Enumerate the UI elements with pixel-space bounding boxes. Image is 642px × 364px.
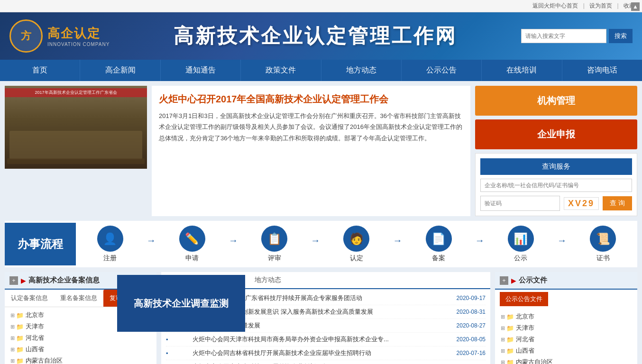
register-icon: 👤 [97,226,123,252]
query-button[interactable]: 查 询 [603,196,632,210]
publicity-section-icon: ▶ [511,277,516,284]
review-label: 评审 [268,254,281,263]
news-item-date: 2020-08-27 [457,322,486,329]
hero-news-title[interactable]: 火炬中心召开2017年全国高新技术企业认定管理工作会 [159,93,463,106]
set-home-link[interactable]: 设为首页 [589,2,612,9]
hero-news-content: 2017年3月1日和3日，全国高新技术企业认定管理工作会分别在广州和重庆召开。3… [159,110,463,144]
enterprise-apply-button[interactable]: 企业申报 [475,119,637,149]
publish-icon: 📊 [508,226,534,252]
process-steps: 👤 注册 → ✏️ 申请 → 📋 评审 → 🧑 [76,221,637,267]
bottom-section: + ▶ 高新技术企业备案信息 认定备案信息 重名备案信息 复审备案信息 ▲ ⊞ … [5,272,637,364]
filing-section-icon: ▶ [21,277,26,284]
site-title: 高新技术企业认定管理工作网 [110,23,521,49]
search-button[interactable]: 搜索 [609,29,633,43]
publicity-subtab: 公示公告文件 [495,290,637,309]
certify-label: 认定 [350,254,363,263]
hero-news: 火炬中心召开2017年全国高新技术企业认定管理工作会 2017年3月1日和3日，… [152,86,470,216]
return-home-link[interactable]: 返回火炬中心首页 [532,2,578,9]
publicity-tree: ⊞ 📁 北京市 ⊞ 📁 天津市 ⊞ 📁 河北省 [495,309,637,364]
nav-home[interactable]: 首页 [0,60,80,81]
overlay-popup[interactable]: 高新技术企业调查监测 [117,275,245,332]
tree-item[interactable]: ⊞ 📁 内蒙古自治区 [9,355,152,364]
list-item: • 火炬中心会同吉林省科技厅开展高新技术企业应届毕业生招聘行动 2020-07-… [166,346,486,360]
query-section: 查询服务 XV29 查 询 [475,153,637,216]
tree-item[interactable]: ⊞ 📁 内蒙古自治区 [500,356,633,364]
tree-item[interactable]: ⊞ 📁 山西省 [500,345,633,356]
tree-item[interactable]: ⊞ 📁 河北省 [9,332,152,344]
logo: 方 高企认定 INNOVATION COMPANY [9,19,110,53]
nav-notice[interactable]: 通知通告 [161,60,241,81]
publicity-section-title: 公示文件 [519,276,547,285]
news-item-date: 2020-09-17 [457,295,486,301]
hero-section: 2017年高新技术企业认定管理工作广东省会 火炬中心召开2017年全国高新技术企… [5,86,637,216]
main-nav: 首页 高企新闻 通知通告 政策文件 地方动态 公示公告 在线培训 咨询电话 [0,60,642,81]
publicity-scroll-icon[interactable]: ▲ [631,2,640,11]
captcha-input[interactable] [480,196,560,211]
list-item: • 火炬中心会同天津市科技局市商务局举办外资企业申报高新技术企业专... 202… [166,333,486,346]
query-row: XV29 查 询 [480,196,632,211]
filing-tab-certify[interactable]: 认定备案信息 [5,290,54,307]
process-step-certify: 🧑 认定 [343,226,369,263]
publish-label: 公示 [514,254,527,263]
logo-icon: 方 [21,29,31,43]
hero-image: 2017年高新技术企业认定管理工作广东省会 [5,86,147,169]
process-step-publish: 📊 公示 [508,226,534,263]
institution-management-button[interactable]: 机构管理 [475,86,637,116]
tree-item[interactable]: ⊞ 📁 河北省 [500,334,633,345]
news-item-date: 2020-08-05 [457,336,486,343]
news-item-date: 2020-08-31 [457,309,486,315]
hero-actions: 机构管理 企业申报 查询服务 XV29 查 询 [475,86,637,216]
news-item-text[interactable]: 火炬中心会同天津市科技局市商务局举办外资企业申报高新技术企业专... [193,335,430,344]
record-icon: 📄 [426,226,452,252]
search-area: 搜索 [521,29,633,43]
arrow-1: → [147,235,156,246]
tree-item[interactable]: ⊞ 📁 北京市 [500,311,633,322]
apply-label: 申请 [185,254,199,263]
arrow-2: → [229,235,238,246]
process-title: 办事流程 [5,223,76,265]
apply-icon: ✏️ [179,226,205,252]
nav-publicity[interactable]: 公示公告 [402,60,482,81]
record-label: 备案 [432,254,445,263]
tree-item[interactable]: ⊞ 📁 天津市 [500,322,633,334]
arrow-4: → [393,235,403,246]
filing-tab-rename[interactable]: 重名备案信息 [54,290,103,307]
list-item: • 火炬中心会同广东省科技厅开展外资企业创新服务 2020-07-13 [166,360,486,364]
process-step-register: 👤 注册 [97,226,123,263]
meeting-banner: 2017年高新技术企业认定管理工作广东省会 [7,90,145,96]
filing-expand-icon[interactable]: + [9,276,18,285]
arrow-6: → [557,235,567,246]
nav-policy[interactable]: 政策文件 [241,60,321,81]
certificate-icon: 📜 [590,226,616,252]
logo-circle: 方 [9,19,43,53]
certificate-label: 证书 [596,254,610,263]
logo-text: 高企认定 INNOVATION COMPANY [47,25,110,47]
certify-icon: 🧑 [343,226,369,252]
process-step-certificate: 📜 证书 [590,226,616,263]
arrow-5: → [475,235,485,246]
nav-local[interactable]: 地方动态 [321,60,402,81]
news-item-date: 2020-07-16 [457,350,486,356]
captcha-image: XV29 [564,197,599,210]
tree-item[interactable]: ⊞ 📁 山西省 [9,344,152,355]
nav-consult[interactable]: 咨询电话 [562,60,642,81]
nav-training[interactable]: 在线培训 [482,60,562,81]
register-label: 注册 [103,254,117,263]
publicity-header: + ▶ 公示文件 ▲ [495,272,637,290]
process-step-record: 📄 备案 [426,226,452,263]
nav-news[interactable]: 高企新闻 [80,60,160,81]
publicity-sub-title[interactable]: 公示公告文件 [500,292,548,306]
process-step-review: 📋 评审 [261,226,287,263]
publicity-expand-icon[interactable]: + [500,276,508,285]
process-step-apply: ✏️ 申请 [179,226,205,263]
search-input[interactable] [521,29,606,43]
publicity-section: + ▶ 公示文件 ▲ 公示公告文件 ⊞ 📁 北京市 ⊞ 📁 [495,272,637,364]
process-section: 办事流程 👤 注册 → ✏️ 申请 → 📋 评审 → [5,221,637,267]
enterprise-query-input[interactable] [480,179,632,192]
overlay-text: 高新技术企业调查监测 [134,297,229,310]
news-item-text[interactable]: 火炬中心会同吉林省科技厅开展高新技术企业应届毕业生招聘行动 [193,349,430,357]
news-tab-local[interactable]: 地方动态 [248,272,288,288]
main-content: 2017年高新技术企业认定管理工作广东省会 火炬中心召开2017年全国高新技术企… [0,81,642,364]
review-icon: 📋 [261,226,287,252]
filing-section-title: 高新技术企业备案信息 [28,276,100,285]
